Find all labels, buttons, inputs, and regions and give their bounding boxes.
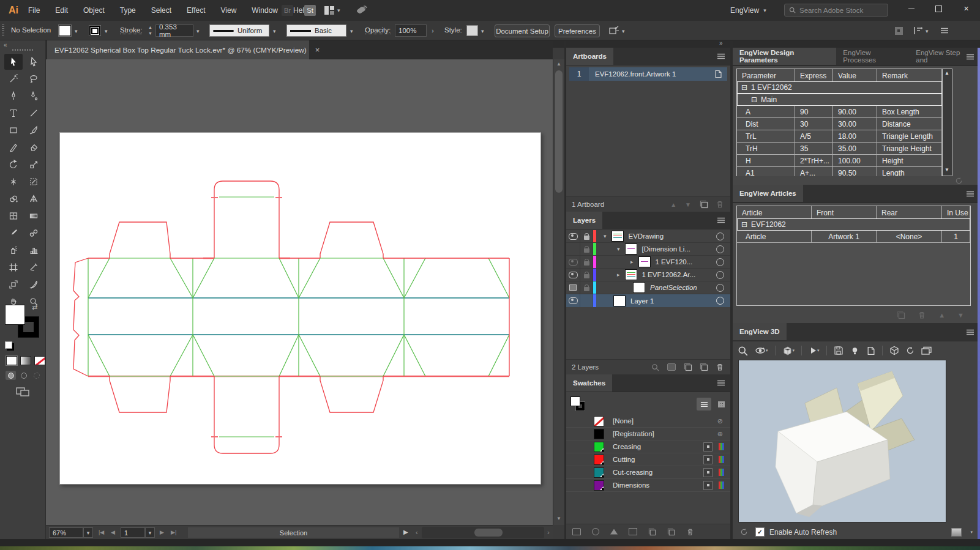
cell[interactable]: A	[737, 106, 795, 118]
eraser-tool[interactable]	[24, 139, 43, 155]
article-down-icon[interactable]: ▼	[957, 311, 964, 319]
delete-swatch-icon[interactable]	[686, 528, 694, 536]
opacity-expand-button[interactable]: ›	[428, 24, 437, 37]
document-close-icon[interactable]: ×	[315, 45, 320, 54]
screen-mode-icon[interactable]	[16, 387, 29, 396]
cell[interactable]: Length	[877, 167, 942, 176]
minimize-button[interactable]	[897, 0, 925, 17]
lock-toggle[interactable]	[580, 281, 593, 294]
eyedropper-tool[interactable]	[4, 225, 23, 241]
cell[interactable]: 90	[795, 106, 833, 118]
width-tool[interactable]	[4, 174, 23, 190]
expand-panels-icon[interactable]: »	[719, 40, 723, 46]
cell[interactable]: 18.00	[833, 130, 877, 143]
type-tool[interactable]	[4, 105, 23, 121]
swatches-panel-menu-icon[interactable]	[717, 380, 725, 386]
stock-search-box[interactable]: Search Adobe Stock	[784, 4, 888, 17]
new-color-group-icon[interactable]	[648, 528, 656, 536]
fill-swatch[interactable]	[59, 25, 71, 36]
layout-chevron-icon[interactable]: ▾	[337, 7, 340, 13]
artboard-up-icon[interactable]: ▲	[670, 201, 676, 208]
scroll-down-icon[interactable]: ▼	[556, 516, 561, 521]
paintbrush-tool[interactable]	[24, 122, 43, 138]
new-layer-icon[interactable]	[700, 363, 708, 371]
brush-dropdown[interactable]: Basic	[286, 24, 346, 37]
zoom-level-field[interactable]: 67%	[49, 527, 83, 538]
fill-chevron-icon[interactable]: ▾	[75, 28, 78, 34]
menu-window[interactable]: Window	[252, 6, 278, 15]
viewport-3d[interactable]	[738, 360, 946, 522]
articles-table[interactable]: Article Front Rear In Use ⊟EVF12062 Arti…	[736, 206, 971, 306]
preferences-button[interactable]: Preferences	[555, 24, 600, 37]
artboard-tool[interactable]	[4, 259, 23, 275]
next-artboard-icon[interactable]: ▶	[160, 529, 164, 535]
fold-animation-icon[interactable]: ▾	[809, 346, 820, 355]
cell[interactable]: <None>	[877, 231, 942, 243]
lock-toggle[interactable]	[580, 294, 593, 307]
target-icon[interactable]	[716, 284, 724, 292]
curvature-tool[interactable]	[24, 88, 43, 104]
swatch-row[interactable]: Cutting	[566, 453, 730, 466]
cell[interactable]: 1	[942, 231, 970, 243]
selection-tool[interactable]	[4, 54, 23, 70]
show-kinds-icon[interactable]	[610, 529, 618, 535]
chevron-down-icon[interactable]: ▾	[617, 246, 620, 252]
close-button[interactable]: ×	[952, 0, 980, 17]
slice-tool[interactable]	[24, 259, 43, 275]
toolbar-grip[interactable]	[12, 49, 33, 51]
artboard[interactable]	[59, 132, 541, 485]
visibility-toggle[interactable]	[566, 294, 580, 307]
status-field[interactable]: Selection	[188, 527, 399, 538]
panel-dock-chevron-icon[interactable]: ▾	[926, 28, 929, 34]
stroke-value-field[interactable]: 0.353 mm	[155, 24, 193, 37]
background-color-button[interactable]	[951, 528, 962, 537]
tab-swatches[interactable]: Swatches	[566, 374, 612, 392]
tab-layers[interactable]: Layers	[566, 212, 602, 229]
scale-tool[interactable]	[24, 157, 43, 173]
canvas-vscrollbar[interactable]: ▲ ▼	[553, 59, 564, 525]
lock-toggle[interactable]	[580, 256, 593, 268]
artboard-number-field[interactable]: 1	[121, 527, 145, 538]
locate-object-icon[interactable]	[651, 363, 659, 371]
bridge-badge[interactable]: Br	[282, 5, 293, 16]
spot-color-icon[interactable]	[703, 468, 713, 477]
publish-icon[interactable]	[355, 5, 367, 16]
menu-select[interactable]: Select	[151, 6, 171, 15]
cell[interactable]: Dist	[737, 118, 795, 130]
machine-icon[interactable]	[921, 346, 932, 355]
article-group-row[interactable]: ⊟EVF12062	[737, 218, 970, 231]
scroll-down-icon[interactable]: ▼	[944, 167, 949, 173]
cell[interactable]: Article	[737, 231, 812, 243]
tab-engview-articles[interactable]: EngView Articles	[733, 185, 803, 202]
cell[interactable]: 100.00	[833, 155, 877, 167]
menu-view[interactable]: View	[221, 6, 237, 15]
light-icon[interactable]	[850, 346, 859, 355]
hscroll-thumb[interactable]	[474, 529, 503, 537]
swap-fill-stroke-icon[interactable]: ⇄	[32, 303, 37, 311]
stock-badge[interactable]: St	[304, 5, 316, 16]
cell[interactable]: 90.00	[833, 106, 877, 118]
document-setup-button[interactable]: Document Setup	[495, 24, 550, 37]
spot-color-icon[interactable]	[703, 455, 713, 464]
menu-effect[interactable]: Effect	[187, 6, 205, 15]
document-tab[interactable]: EVF12062 Spherical Box Top Regular Tuck …	[47, 40, 309, 59]
column-graph-tool[interactable]	[24, 242, 43, 258]
isolate-selection-icon[interactable]	[608, 26, 619, 35]
view-mode-icon[interactable]: ▾	[782, 346, 795, 356]
cell[interactable]: 35	[795, 143, 833, 155]
cell[interactable]: A1	[737, 167, 795, 176]
shape-builder-tool[interactable]	[4, 191, 23, 207]
stroke-width-chevron-icon[interactable]: ▾	[196, 28, 200, 34]
cell[interactable]: Distance	[877, 118, 942, 130]
clipping-mask-icon[interactable]	[667, 363, 676, 371]
last-artboard-icon[interactable]: ▶|	[171, 529, 176, 535]
status-expand-icon[interactable]: ▶	[403, 529, 408, 535]
stroke-swatch[interactable]	[89, 25, 101, 36]
hscroll-left-icon[interactable]: ‹	[416, 529, 418, 536]
chevron-down-icon[interactable]: ▾	[604, 233, 607, 239]
layer-row[interactable]: ▸ 1 EVF120...	[566, 256, 730, 269]
draw-inside-button[interactable]	[31, 371, 42, 380]
style-swatch[interactable]	[466, 25, 478, 36]
cell[interactable]: Box Length	[877, 106, 942, 118]
tab-engview-3d[interactable]: EngView 3D	[733, 323, 787, 340]
